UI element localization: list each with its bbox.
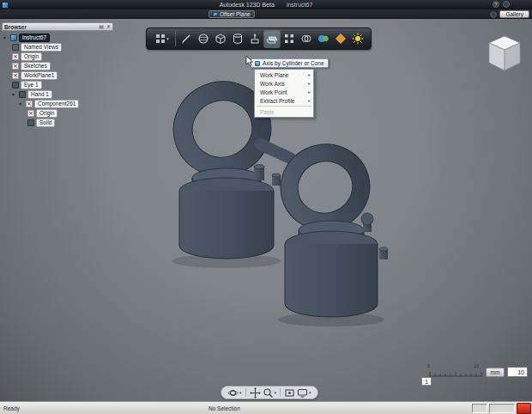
cylinder-tool-button[interactable] xyxy=(229,29,246,48)
status-cell xyxy=(472,404,487,413)
dropdown-arrow-icon[interactable]: ▾ xyxy=(239,390,242,395)
submenu-arrow-icon: ▸ xyxy=(308,72,311,77)
construct-plane-tool-button[interactable] xyxy=(263,29,281,48)
pattern-icon xyxy=(283,33,295,45)
expander-icon[interactable]: ▾ xyxy=(12,92,17,97)
plane-icon xyxy=(212,12,219,16)
visibility-off-icon[interactable]: ✕ xyxy=(12,72,19,79)
sync-icon[interactable] xyxy=(490,11,497,18)
dropdown-arrow-icon[interactable]: ▾ xyxy=(275,390,277,395)
browser-item-label: Solid xyxy=(36,119,55,127)
fit-view-icon xyxy=(284,387,295,399)
browser-item-solid[interactable]: Solid xyxy=(2,118,113,127)
dropdown-arrow-icon[interactable]: ▾ xyxy=(309,390,311,395)
app-window: Autodesk 123D Betainstruct67 ? Offset Pl… xyxy=(0,0,532,414)
browser-item-label: Named Views xyxy=(21,43,62,52)
browser-menu-icon[interactable]: ▤ xyxy=(99,23,104,30)
browser-item-origin-sub[interactable]: ✕ Origin xyxy=(2,108,113,118)
axis-icon xyxy=(255,61,260,66)
pan-icon xyxy=(250,387,261,399)
app-title: Autodesk 123D Beta xyxy=(220,2,275,8)
browser-item-label: Origin xyxy=(36,109,57,118)
browser-item-hand1[interactable]: ▾ Hand 1 xyxy=(2,89,113,99)
grid-size-input[interactable]: 10 xyxy=(507,367,528,377)
material-tool-button[interactable] xyxy=(315,29,332,48)
display-settings-button[interactable]: ▾ xyxy=(297,387,311,399)
solid-body-icon xyxy=(27,119,34,126)
scale-ruler[interactable] xyxy=(429,370,482,379)
extrude-icon xyxy=(249,33,261,45)
status-selection-label: No Selection xyxy=(209,405,240,411)
browser-item-sketches[interactable]: ✕ Sketches xyxy=(2,61,113,70)
menu-item-work-point[interactable]: Work Point ▸ xyxy=(255,88,313,96)
browser-item-workplane1[interactable]: ✕ WorkPlane1 xyxy=(2,70,113,80)
context-menu-header-label: Axis by Cylinder or Cone xyxy=(263,60,324,66)
pencil-icon xyxy=(180,33,192,45)
model-right-base-cylinder xyxy=(285,231,378,317)
account-icon[interactable] xyxy=(503,1,510,8)
menu-item-work-plane[interactable]: Work Plane ▸ xyxy=(255,70,313,79)
nav-separator xyxy=(280,388,281,397)
combine-tool-button[interactable] xyxy=(298,29,315,48)
visibility-off-icon[interactable]: ✕ xyxy=(12,53,19,60)
expander-icon[interactable]: ▾ xyxy=(19,101,24,107)
scale-end-label: 10 xyxy=(474,363,479,368)
visibility-off-icon[interactable]: ✕ xyxy=(26,100,33,107)
browser-panel: Browser ▤ ✕ ▾ instruct67 Named Views ✕ O… xyxy=(2,22,113,129)
pan-button[interactable] xyxy=(250,387,261,399)
visibility-off-icon[interactable]: ✕ xyxy=(27,110,34,117)
visibility-off-icon[interactable]: ✕ xyxy=(12,63,19,70)
menu-item-label: Work Point xyxy=(260,89,308,95)
expander-icon[interactable]: ▾ xyxy=(3,35,9,40)
browser-close-icon[interactable]: ✕ xyxy=(106,23,111,30)
camera-icon xyxy=(12,44,19,51)
status-bar: Ready No Selection xyxy=(0,401,532,414)
box-tool-button[interactable] xyxy=(212,29,229,48)
model-left-base-cylinder xyxy=(179,178,274,259)
browser-item-instruct67[interactable]: ▾ instruct67 xyxy=(2,33,113,42)
cylinder-icon xyxy=(232,33,244,45)
navigation-toolbar: ▾ ▾ xyxy=(221,386,318,399)
snap-tool-button[interactable] xyxy=(332,29,349,48)
document-title: instruct67 xyxy=(287,2,312,8)
menu-item-extract-profile[interactable]: Extract Profile ▸ xyxy=(255,96,313,105)
menu-item-label: Extract Profile xyxy=(260,98,308,104)
fit-view-button[interactable] xyxy=(284,387,295,399)
record-button[interactable] xyxy=(517,403,531,414)
material-icon xyxy=(317,33,329,45)
primitives-menu-button[interactable]: ▾ xyxy=(151,29,173,48)
orbit-icon xyxy=(227,387,239,399)
browser-item-named-views[interactable]: Named Views xyxy=(2,42,113,52)
render-tool-button[interactable] xyxy=(349,29,366,48)
scale-start-label: 0 xyxy=(427,363,430,368)
pattern-tool-button[interactable] xyxy=(281,29,298,48)
orbit-button[interactable]: ▾ xyxy=(227,387,242,399)
viewport-3d[interactable]: Browser ▤ ✕ ▾ instruct67 Named Views ✕ O… xyxy=(0,19,532,401)
mouse-cursor xyxy=(245,55,254,67)
browser-item-label: Sketches xyxy=(21,62,51,70)
context-menu: Work Plane ▸ Work Axis ▸ Work Point ▸ Ex… xyxy=(254,69,314,118)
view-cube[interactable] xyxy=(484,33,525,76)
menu-separator xyxy=(257,106,311,107)
browser-item-label: Component261 xyxy=(34,100,79,108)
sketch-tool-button[interactable] xyxy=(178,29,195,48)
extrude-tool-button[interactable] xyxy=(246,29,263,48)
assembly-icon xyxy=(10,34,17,41)
browser-item-component261[interactable]: ▾ ✕ Component261 xyxy=(2,99,113,108)
menu-item-work-axis[interactable]: Work Axis ▸ xyxy=(255,79,313,88)
browser-item-origin[interactable]: ✕ Origin xyxy=(2,52,113,61)
menu-item-paste: Paste xyxy=(255,107,313,116)
gallery-button[interactable]: Gallery xyxy=(499,10,529,18)
zoom-button[interactable]: ▾ xyxy=(263,387,277,399)
help-icon[interactable]: ? xyxy=(493,1,499,8)
window-title: Autodesk 123D Betainstruct67 xyxy=(0,2,532,8)
browser-item-label: Eye 1 xyxy=(21,81,42,89)
browser-item-label: Hand 1 xyxy=(27,90,52,99)
sphere-tool-button[interactable] xyxy=(195,29,212,48)
browser-item-eye1[interactable]: Eye 1 xyxy=(2,80,113,89)
display-icon xyxy=(297,387,308,399)
unit-selector[interactable]: mm xyxy=(486,368,505,377)
component-icon xyxy=(19,91,26,98)
sphere-icon xyxy=(197,33,209,45)
menu-item-label: Paste xyxy=(260,109,311,115)
